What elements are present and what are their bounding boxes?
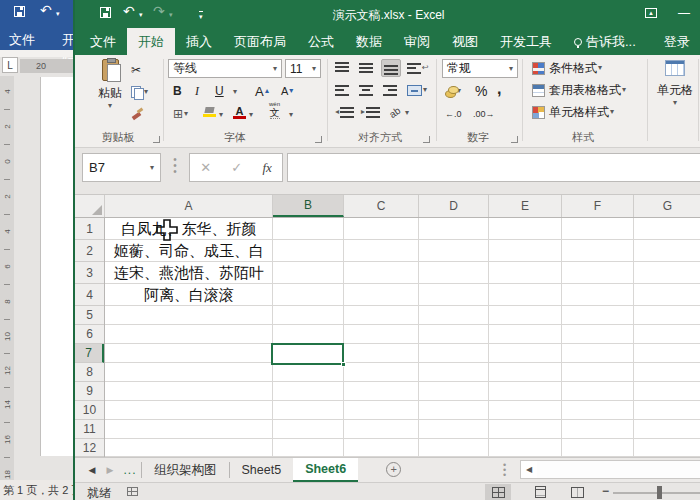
new-sheet-icon[interactable]: + [386, 462, 401, 477]
cell-A4[interactable]: 阿离、白滚滚 [105, 284, 273, 306]
sheet-prev-icon[interactable]: ◀ [83, 458, 101, 482]
decrease-font-button[interactable]: A▾ [279, 82, 295, 100]
scroll-left-icon[interactable]: ◀ [521, 465, 537, 474]
font-name-combo[interactable]: 等线▾ [168, 59, 282, 78]
font-color-dropdown-icon[interactable]: ▾ [249, 111, 253, 119]
row-header-2[interactable]: 2 [75, 240, 104, 262]
column-header-B[interactable]: B [273, 195, 344, 217]
format-painter-button[interactable] [129, 105, 145, 123]
underline-dropdown-icon[interactable]: ▾ [233, 88, 237, 96]
bottom-align-button[interactable] [381, 59, 401, 77]
tab-file[interactable]: 文件 [79, 28, 127, 55]
decrease-decimal-button[interactable]: .00→ [471, 105, 497, 123]
cell-area[interactable]: 白凤九、东华、折颜姬蘅、司命、成玉、白连宋、燕池悟、苏陌叶阿离、白滚滚 [105, 218, 700, 457]
italic-button[interactable]: I [193, 82, 201, 100]
row-header-12[interactable]: 12 [75, 439, 104, 457]
fill-handle[interactable] [341, 362, 346, 367]
row-header-3[interactable]: 3 [75, 262, 104, 284]
number-format-combo[interactable]: 常规▾ [442, 59, 518, 78]
row-header-7[interactable]: 7 [75, 344, 104, 363]
comma-style-button[interactable]: , [495, 80, 503, 98]
scroll-thumb[interactable] [537, 461, 700, 478]
orientation-button[interactable]: ab [383, 100, 406, 123]
sign-in-button[interactable]: 登录 [653, 28, 700, 55]
alignment-dialog-launcher-icon[interactable] [423, 136, 430, 143]
align-left-button[interactable] [333, 81, 351, 99]
cancel-icon[interactable]: ✕ [200, 160, 211, 175]
column-header-C[interactable]: C [344, 195, 419, 217]
format-as-table-button[interactable]: 套用表格格式▾ [530, 81, 628, 99]
formula-input[interactable] [287, 153, 700, 182]
phonetic-dropdown-icon[interactable]: ▾ [289, 111, 293, 119]
enter-icon[interactable]: ✓ [231, 160, 242, 175]
copy-button[interactable]: ▾ [129, 83, 150, 101]
conditional-formatting-button[interactable]: 条件格式▾ [530, 59, 604, 77]
sheetbar-grip[interactable]: ••• [503, 463, 506, 478]
align-right-button[interactable] [381, 81, 399, 99]
word-save-icon[interactable] [14, 6, 25, 17]
tab-home[interactable]: 开始 [127, 28, 175, 55]
tab-view[interactable]: 视图 [441, 28, 489, 55]
row-header-5[interactable]: 5 [75, 306, 104, 325]
increase-decimal-button[interactable]: ←.0 [443, 105, 464, 123]
row-header-1[interactable]: 1 [75, 218, 104, 240]
accounting-format-button[interactable]: ▾ [443, 82, 463, 100]
horizontal-scrollbar[interactable]: ◀ [520, 460, 700, 479]
paste-button[interactable]: 粘贴 ▾ [89, 59, 131, 110]
number-dialog-launcher-icon[interactable] [511, 136, 518, 143]
row-header-10[interactable]: 10 [75, 401, 104, 420]
column-header-A[interactable]: A [105, 195, 273, 217]
page-layout-view-button[interactable] [527, 484, 553, 500]
decrease-indent-button[interactable]: ▾ [333, 103, 356, 121]
row-header-4[interactable]: 4 [75, 284, 104, 306]
tell-me-box[interactable]: 告诉我... [563, 28, 647, 55]
font-color-button[interactable]: A [231, 103, 248, 121]
cells-button[interactable]: 单元格 ▾ [653, 60, 697, 107]
underline-button[interactable]: U [213, 82, 226, 100]
align-center-button[interactable] [357, 81, 375, 99]
cell-styles-button[interactable]: 单元格样式▾ [530, 103, 616, 121]
normal-view-button[interactable] [485, 484, 511, 500]
minimize-icon[interactable]: — [678, 6, 690, 20]
row-header-11[interactable]: 11 [75, 420, 104, 439]
cell-A2[interactable]: 姬蘅、司命、成玉、白 [105, 240, 273, 262]
word-undo-icon[interactable]: ↶ [40, 2, 52, 18]
sheet-tab-2[interactable]: Sheet6 [293, 458, 358, 482]
middle-align-button[interactable] [357, 59, 375, 77]
cell-A3[interactable]: 连宋、燕池悟、苏陌叶 [105, 262, 273, 284]
tab-insert[interactable]: 插入 [175, 28, 223, 55]
page-break-view-button[interactable] [564, 484, 590, 500]
tab-developer[interactable]: 开发工具 [489, 28, 563, 55]
column-header-E[interactable]: E [489, 195, 562, 217]
font-size-combo[interactable]: 11▾ [285, 59, 321, 78]
font-dialog-launcher-icon[interactable] [315, 136, 322, 143]
zoom-slider-handle[interactable] [657, 486, 662, 499]
fill-color-dropdown-icon[interactable]: ▾ [219, 111, 223, 119]
tab-formulas[interactable]: 公式 [297, 28, 345, 55]
increase-font-button[interactable]: A▾ [253, 82, 271, 100]
increase-indent-button[interactable]: ▾ [359, 103, 382, 121]
percent-style-button[interactable]: % [473, 82, 489, 100]
name-box[interactable]: B7▾ [82, 153, 161, 182]
sheet-tab-1[interactable]: Sheet5 [230, 458, 294, 482]
sheet-next-icon[interactable]: ▶ [101, 458, 119, 482]
wrap-text-button[interactable]: ↩ [405, 59, 431, 77]
top-align-button[interactable] [333, 59, 351, 77]
orientation-dropdown-icon[interactable]: ▾ [405, 109, 409, 117]
column-header-F[interactable]: F [562, 195, 634, 217]
fill-color-button[interactable] [201, 103, 218, 121]
cell-A1[interactable]: 白凤九、东华、折颜 [105, 218, 273, 240]
macro-record-icon[interactable] [127, 487, 138, 496]
tab-page-layout[interactable]: 页面布局 [223, 28, 297, 55]
sheet-tab-0[interactable]: 组织架构图 [142, 458, 229, 482]
select-all-corner[interactable] [75, 195, 105, 217]
phonetic-guide-button[interactable]: wén文 [267, 101, 282, 119]
borders-button[interactable]: ⊞▾ [171, 105, 190, 123]
zoom-out-icon[interactable]: − [602, 484, 609, 498]
column-header-D[interactable]: D [419, 195, 489, 217]
tab-data[interactable]: 数据 [345, 28, 393, 55]
tab-stop-selector[interactable]: L [2, 57, 18, 73]
cut-button[interactable]: ✂ [129, 61, 143, 79]
merge-center-button[interactable]: ▾ [405, 81, 429, 99]
word-tab-file[interactable]: 文件 [9, 31, 35, 49]
